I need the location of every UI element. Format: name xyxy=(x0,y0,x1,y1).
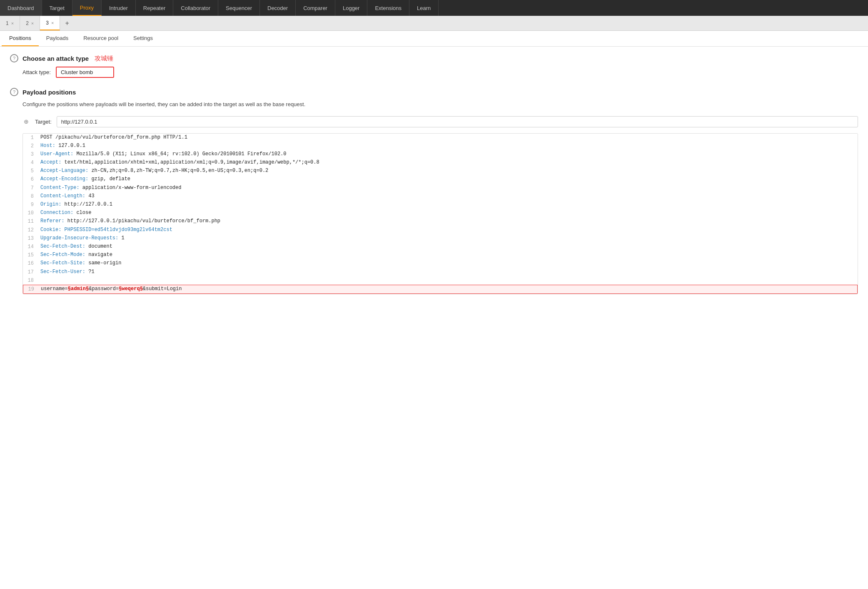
nav-intruder[interactable]: Intruder xyxy=(102,0,136,16)
code-line-18: 18 xyxy=(23,276,858,285)
positions-description: Configure the positions where payloads w… xyxy=(22,100,858,109)
tab-2-close[interactable]: × xyxy=(31,21,34,26)
code-line-15: 15Sec-Fetch-Mode: navigate xyxy=(23,251,858,259)
attack-type-row: Attack type: Cluster bomb Sniper Batteri… xyxy=(22,67,858,78)
nav-comparer[interactable]: Comparer xyxy=(296,0,335,16)
attack-type-title: Choose an attack type xyxy=(22,55,89,62)
tab-1-label: 1 xyxy=(6,20,9,26)
attack-type-help-icon[interactable]: ? xyxy=(10,54,18,62)
attack-type-select[interactable]: Cluster bomb Sniper Battering ram Pitchf… xyxy=(56,67,114,78)
code-line-5: 5Accept-Language: zh-CN,zh;q=0.8,zh-TW;q… xyxy=(23,167,858,175)
code-line-19: 19username=§admin§&password=§weqerq§&sub… xyxy=(23,285,858,294)
target-sync-icon: ⊕ xyxy=(22,118,30,125)
code-line-16: 16Sec-Fetch-Site: same-origin xyxy=(23,259,858,268)
top-nav: Dashboard Target Proxy Intruder Repeater… xyxy=(0,0,868,16)
code-line-4: 4Accept: text/html,application/xhtml+xml… xyxy=(23,159,858,167)
code-line-17: 17Sec-Fetch-User: ?1 xyxy=(23,268,858,276)
code-line-6: 6Accept-Encoding: gzip, deflate xyxy=(23,175,858,184)
add-tab-button[interactable]: + xyxy=(60,16,74,30)
code-line-8: 8Content-Length: 43 xyxy=(23,192,858,201)
nav-logger[interactable]: Logger xyxy=(335,0,367,16)
tab-3[interactable]: 3 × xyxy=(40,16,60,30)
tab-1-close[interactable]: × xyxy=(11,21,14,26)
target-input[interactable] xyxy=(57,116,858,127)
code-line-3: 3User-Agent: Mozilla/5.0 (X11; Linux x86… xyxy=(23,150,858,159)
nav-decoder[interactable]: Decoder xyxy=(260,0,296,16)
tab-2[interactable]: 2 × xyxy=(20,16,40,30)
code-line-7: 7Content-Type: application/x-www-form-ur… xyxy=(23,184,858,192)
code-line-1: 1POST /pikachu/vul/burteforce/bf_form.ph… xyxy=(23,134,858,142)
code-line-2: 2Host: 127.0.0.1 xyxy=(23,142,858,150)
attack-type-header: ? Choose an attack type 攻城锤 xyxy=(10,54,858,62)
code-line-13: 13Upgrade-Insecure-Requests: 1 xyxy=(23,234,858,243)
main-content: ? Choose an attack type 攻城锤 Attack type:… xyxy=(0,47,868,589)
tab-1[interactable]: 1 × xyxy=(0,16,20,30)
nav-target[interactable]: Target xyxy=(42,0,72,16)
code-line-14: 14Sec-Fetch-Dest: document xyxy=(23,243,858,251)
code-line-11: 11Referer: http://127.0.0.1/pikachu/vul/… xyxy=(23,217,858,226)
attack-type-label: Attack type: xyxy=(22,69,51,75)
target-label: Target: xyxy=(35,119,52,125)
chinese-annotation: 攻城锤 xyxy=(95,55,113,62)
nav-dashboard[interactable]: Dashboard xyxy=(0,0,42,16)
sub-tab-positions[interactable]: Positions xyxy=(2,31,39,46)
sub-tab-resource-pool[interactable]: Resource pool xyxy=(76,31,126,46)
code-editor[interactable]: 1POST /pikachu/vul/burteforce/bf_form.ph… xyxy=(22,133,858,295)
nav-learn[interactable]: Learn xyxy=(409,0,439,16)
payload-positions-help-icon[interactable]: ? xyxy=(10,88,18,96)
sub-tab-payloads[interactable]: Payloads xyxy=(39,31,76,46)
attack-type-section: ? Choose an attack type 攻城锤 Attack type:… xyxy=(10,54,858,78)
nav-collaborator[interactable]: Collaborator xyxy=(173,0,218,16)
payload-positions-title: Payload positions xyxy=(22,89,76,96)
tab-3-close[interactable]: × xyxy=(51,20,54,25)
nav-extensions[interactable]: Extensions xyxy=(367,0,409,16)
sub-tab-bar: Positions Payloads Resource pool Setting… xyxy=(0,31,868,47)
payload-positions-header: ? Payload positions xyxy=(10,88,858,96)
tab-bar: 1 × 2 × 3 × + xyxy=(0,16,868,31)
code-line-9: 9Origin: http://127.0.0.1 xyxy=(23,201,858,209)
code-line-10: 10Connection: close xyxy=(23,209,858,217)
sub-tab-settings[interactable]: Settings xyxy=(126,31,160,46)
nav-repeater[interactable]: Repeater xyxy=(136,0,173,16)
code-line-12: 12Cookie: PHPSESSID=ed54tldvjdo93mg2lv64… xyxy=(23,226,858,234)
nav-proxy[interactable]: Proxy xyxy=(72,0,102,16)
nav-sequencer[interactable]: Sequencer xyxy=(218,0,260,16)
tab-2-label: 2 xyxy=(26,20,29,26)
target-row: ⊕ Target: xyxy=(22,116,858,127)
tab-3-label: 3 xyxy=(46,20,49,26)
payload-positions-section: ? Payload positions Configure the positi… xyxy=(10,88,858,294)
